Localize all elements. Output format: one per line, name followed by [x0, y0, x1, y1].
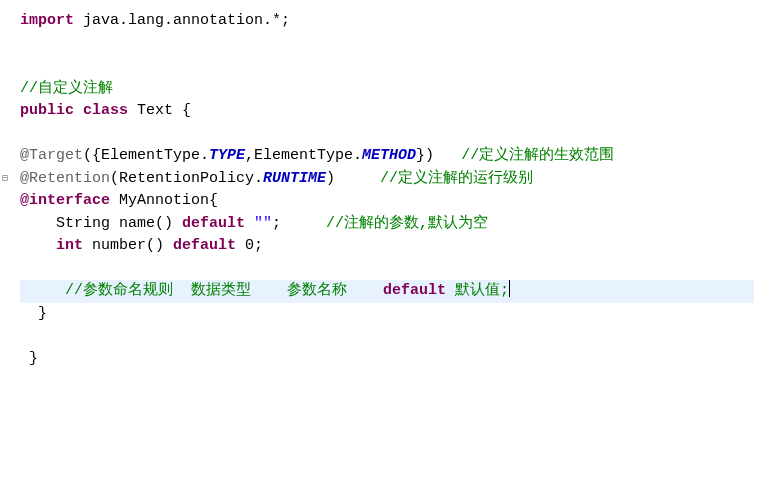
string-literal: "" [245, 215, 272, 232]
code-line: ⊟@Retention(RetentionPolicy.RUNTIME) //定… [20, 168, 754, 191]
retention-close: ) [326, 170, 380, 187]
constant-type: TYPE [209, 147, 245, 164]
keyword-import: import [20, 12, 74, 29]
blank-line [20, 33, 754, 56]
code-line: String name() default ""; //注解的参数,默认为空 [20, 213, 754, 236]
comment-text: //注解的参数,默认为空 [326, 215, 488, 232]
code-editor[interactable]: import java.lang.annotation.*; //自定义注解 p… [20, 10, 754, 370]
text-cursor [509, 280, 510, 297]
keyword-class: class [83, 102, 128, 119]
constant-method: METHOD [362, 147, 416, 164]
zero-literal: 0; [236, 237, 263, 254]
semicolon: ; [272, 215, 326, 232]
comment-text: //定义注解的运行级别 [380, 170, 533, 187]
method-int-number: number() [83, 237, 173, 254]
import-path: java.lang.annotation.*; [74, 12, 290, 29]
blank-line [20, 258, 754, 281]
close-brace: } [20, 305, 47, 322]
comment-text: //定义注解的生效范围 [461, 147, 614, 164]
target-close: }) [416, 147, 461, 164]
keyword-default: default [383, 282, 446, 299]
separator: ,ElementType. [245, 147, 362, 164]
keyword-default: default [182, 215, 245, 232]
retention-args: (RetentionPolicy. [110, 170, 263, 187]
blank-line [20, 123, 754, 146]
code-line: public class Text { [20, 100, 754, 123]
blank-line [20, 55, 754, 78]
indent [20, 237, 56, 254]
final-brace: } [20, 350, 38, 367]
code-line: int number() default 0; [20, 235, 754, 258]
code-line: @interface MyAnnotion{ [20, 190, 754, 213]
class-declaration: Text { [128, 102, 191, 119]
constant-runtime: RUNTIME [263, 170, 326, 187]
keyword-public: public [20, 102, 74, 119]
highlighted-line: //参数命名规则 数据类型 参数名称 default 默认值; [20, 280, 754, 303]
keyword-interface: @interface [20, 192, 110, 209]
fold-marker-icon: ⊟ [2, 171, 8, 186]
blank-line [20, 325, 754, 348]
comment-text: //参数命名规则 数据类型 参数名称 [65, 282, 383, 299]
target-args: ({ElementType. [83, 147, 209, 164]
indent [20, 282, 65, 299]
code-line: @Target({ElementType.TYPE,ElementType.ME… [20, 145, 754, 168]
comment-text: //自定义注解 [20, 80, 113, 97]
code-line: import java.lang.annotation.*; [20, 10, 754, 33]
comment-text: 默认值; [446, 282, 509, 299]
interface-declaration: MyAnnotion{ [110, 192, 218, 209]
annotation-retention: @Retention [20, 170, 110, 187]
annotation-target: @Target [20, 147, 83, 164]
keyword-default: default [173, 237, 236, 254]
method-string-name: String name() [20, 215, 182, 232]
code-line: } [20, 348, 754, 371]
code-line: //自定义注解 [20, 78, 754, 101]
code-line: } [20, 303, 754, 326]
keyword-int: int [56, 237, 83, 254]
